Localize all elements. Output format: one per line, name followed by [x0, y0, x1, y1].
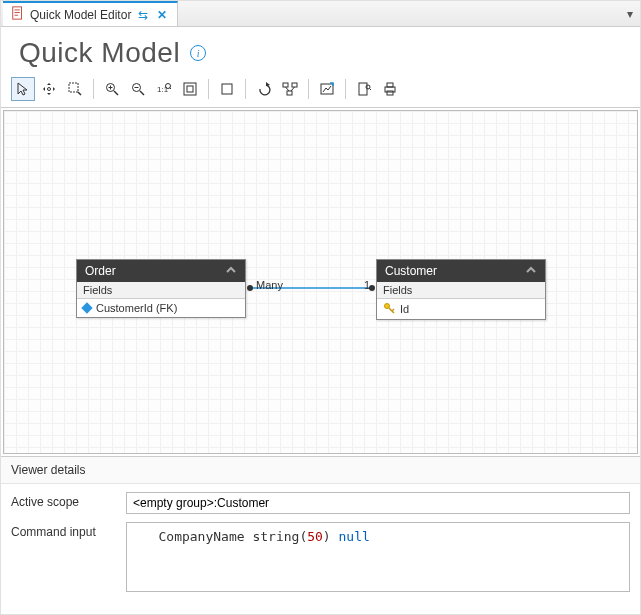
undo-button[interactable]	[252, 77, 276, 101]
zoom-100-button[interactable]: 1:1	[152, 77, 176, 101]
svg-rect-18	[187, 86, 193, 92]
viewer-details-header: Viewer details	[1, 457, 640, 484]
marquee-zoom-button[interactable]	[63, 77, 87, 101]
command-input-label: Command input	[11, 522, 116, 539]
viewer-details-body: Active scope Command input CompanyName s…	[1, 484, 640, 614]
collapse-icon[interactable]	[525, 265, 537, 277]
diagram-canvas-wrap: Order Fields CustomerId (FK) Customer	[1, 107, 640, 456]
svg-rect-21	[292, 83, 297, 87]
zoom-out-button[interactable]	[126, 77, 150, 101]
cmd-token-null: null	[339, 529, 370, 544]
toolbar: 1:1	[1, 75, 640, 107]
tab-dropdown-icon[interactable]: ▾	[620, 1, 640, 26]
tab-quick-model-editor[interactable]: Quick Model Editor ⇆ ✕	[3, 1, 178, 26]
page-header: Quick Model i	[1, 27, 640, 75]
svg-rect-19	[222, 84, 232, 94]
entity-customer[interactable]: Customer Fields Id	[376, 259, 546, 320]
toolbar-separator	[208, 79, 209, 99]
command-input-row: Command input CompanyName string(50) nul…	[11, 522, 630, 592]
tab-title: Quick Model Editor	[30, 8, 131, 22]
relation-one-label: 1	[364, 279, 370, 291]
print-button[interactable]	[378, 77, 402, 101]
info-icon[interactable]: i	[190, 45, 206, 61]
svg-point-37	[369, 285, 375, 291]
svg-rect-5	[69, 83, 78, 92]
tabstrip-spacer	[178, 1, 620, 26]
svg-text:1:1: 1:1	[157, 85, 169, 94]
cmd-token-len: 50	[307, 529, 323, 544]
entity-order-title: Order	[85, 264, 116, 278]
diagram-canvas[interactable]: Order Fields CustomerId (FK) Customer	[3, 110, 638, 454]
svg-line-16	[170, 88, 172, 90]
command-input[interactable]: CompanyName string(50) null	[126, 522, 630, 592]
svg-rect-17	[184, 83, 196, 95]
svg-line-6	[78, 92, 81, 95]
pk-key-icon	[383, 302, 395, 316]
pin-icon[interactable]: ⇆	[136, 8, 150, 22]
cmd-token-type: string	[252, 529, 299, 544]
page-title: Quick Model	[19, 37, 180, 69]
svg-rect-3	[15, 15, 19, 16]
svg-line-24	[291, 87, 295, 91]
svg-line-28	[370, 89, 372, 91]
toolbar-separator	[308, 79, 309, 99]
svg-rect-22	[287, 91, 292, 95]
svg-rect-26	[359, 83, 367, 95]
svg-point-36	[247, 285, 253, 291]
file-icon	[11, 6, 25, 23]
auto-layout-button[interactable]	[278, 77, 302, 101]
export-button[interactable]	[352, 77, 376, 101]
field-label: Id	[400, 303, 409, 315]
entity-order-fields-header: Fields	[77, 282, 245, 299]
active-scope-row: Active scope	[11, 492, 630, 514]
entity-customer-field-id[interactable]: Id	[377, 299, 545, 319]
field-label: CustomerId (FK)	[96, 302, 177, 314]
tab-strip: Quick Model Editor ⇆ ✕ ▾	[1, 1, 640, 27]
fk-icon	[81, 302, 92, 313]
entity-customer-title: Customer	[385, 264, 437, 278]
fit-window-button[interactable]	[178, 77, 202, 101]
svg-rect-1	[15, 10, 20, 11]
svg-rect-20	[283, 83, 288, 87]
svg-point-32	[385, 304, 390, 309]
collapse-icon[interactable]	[225, 265, 237, 277]
svg-line-12	[140, 91, 144, 95]
active-scope-label: Active scope	[11, 492, 116, 509]
select-tool-button[interactable]	[11, 77, 35, 101]
svg-rect-2	[15, 12, 20, 13]
toolbar-separator	[93, 79, 94, 99]
zoom-in-button[interactable]	[100, 77, 124, 101]
relation-line	[246, 283, 376, 293]
toolbar-separator	[245, 79, 246, 99]
relation-many-label: Many	[256, 279, 283, 291]
viewer-details-panel: Viewer details Active scope Command inpu…	[1, 456, 640, 614]
full-page-button[interactable]	[215, 77, 239, 101]
app-root: Quick Model Editor ⇆ ✕ ▾ Quick Model i 1…	[0, 0, 641, 615]
svg-line-34	[392, 309, 394, 311]
svg-rect-30	[387, 83, 393, 87]
svg-line-23	[286, 87, 290, 91]
cmd-token-close: )	[323, 529, 331, 544]
svg-point-4	[48, 88, 51, 91]
entity-order[interactable]: Order Fields CustomerId (FK)	[76, 259, 246, 318]
entity-customer-header[interactable]: Customer	[377, 260, 545, 282]
cmd-token-name: CompanyName	[158, 529, 244, 544]
entity-order-header[interactable]: Order	[77, 260, 245, 282]
entity-customer-fields-header: Fields	[377, 282, 545, 299]
active-scope-input[interactable]	[126, 492, 630, 514]
svg-line-8	[114, 91, 118, 95]
toolbar-separator	[345, 79, 346, 99]
pan-tool-button[interactable]	[37, 77, 61, 101]
close-icon[interactable]: ✕	[155, 8, 169, 22]
export-image-button[interactable]	[315, 77, 339, 101]
entity-order-field-customerid[interactable]: CustomerId (FK)	[77, 299, 245, 317]
